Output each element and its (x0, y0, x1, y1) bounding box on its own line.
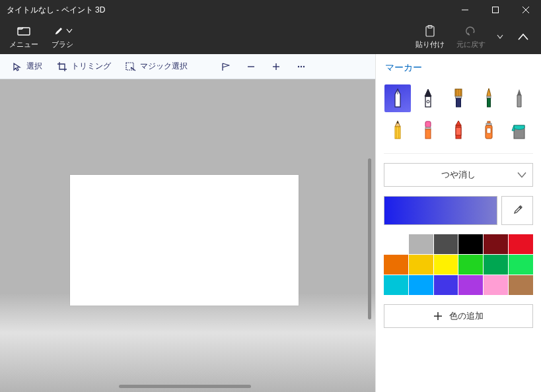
svg-point-12 (297, 65, 299, 67)
brush-crayon[interactable] (445, 116, 472, 144)
finish-label: つや消し (441, 169, 476, 181)
divider (384, 153, 533, 154)
color-swatch[interactable] (484, 255, 508, 275)
swatch-row (384, 234, 533, 254)
horizontal-scrollbar[interactable] (119, 385, 251, 388)
crop-tool[interactable]: トリミング (52, 58, 116, 75)
current-color[interactable] (384, 196, 497, 225)
undo-icon (465, 24, 477, 38)
color-swatch[interactable] (434, 234, 458, 254)
ribbon: メニュー ブラシ 貼り付け 元に戻す (0, 20, 541, 54)
color-swatch[interactable] (384, 234, 408, 254)
svg-point-14 (303, 65, 304, 67)
brush-fine[interactable] (476, 84, 502, 112)
color-swatch[interactable] (509, 255, 533, 275)
paste-label: 貼り付け (415, 40, 445, 49)
color-swatch[interactable] (509, 234, 533, 254)
menu-button[interactable]: メニュー (5, 20, 42, 54)
titlebar: タイトルなし - ペイント 3D (0, 0, 541, 20)
svg-rect-25 (395, 127, 400, 139)
color-swatch[interactable] (384, 275, 408, 295)
svg-rect-24 (487, 98, 491, 107)
color-swatch[interactable] (458, 255, 483, 275)
color-swatch[interactable] (434, 275, 458, 295)
select-tool[interactable]: 選択 (7, 58, 48, 75)
undo-label: 元に戻す (456, 40, 486, 49)
color-swatch[interactable] (484, 275, 508, 295)
panel-title: マーカー (384, 61, 533, 75)
crop-icon (57, 61, 67, 72)
svg-rect-22 (456, 98, 461, 107)
canvas-stage[interactable] (0, 79, 375, 392)
chevron-down-icon (518, 170, 526, 180)
minimize-button[interactable] (450, 0, 480, 20)
flag-icon (221, 61, 231, 72)
canvas-zone: 選択 トリミング マジック選択 (0, 54, 375, 392)
crop-label: トリミング (71, 61, 111, 72)
menu-label: メニュー (9, 40, 38, 49)
add-color-label: 色の追加 (449, 310, 484, 322)
brush-flat[interactable] (445, 84, 472, 112)
minus-icon (246, 61, 256, 72)
plus-icon (433, 311, 443, 321)
color-swatch[interactable] (484, 234, 508, 254)
brush-spray[interactable] (476, 116, 502, 144)
add-color-button[interactable]: 色の追加 (384, 304, 533, 328)
chevron-up-icon (519, 34, 528, 40)
color-swatch[interactable] (409, 255, 433, 275)
canvas[interactable] (70, 175, 299, 306)
expand-ribbon-button[interactable] (511, 20, 536, 54)
finish-select[interactable]: つや消し (384, 163, 533, 187)
svg-rect-32 (456, 127, 461, 135)
color-swatch[interactable] (384, 255, 408, 275)
magic-select-label: マジック選択 (140, 61, 188, 72)
window-title: タイトルなし - ペイント 3D (7, 5, 105, 16)
side-panel: マーカー (375, 54, 541, 392)
swatch-row (384, 255, 533, 275)
color-swatch[interactable] (434, 255, 458, 275)
more-dropdown[interactable] (493, 20, 507, 54)
color-swatch[interactable] (409, 234, 433, 254)
ellipsis-icon (296, 61, 307, 72)
brush-grid (384, 84, 533, 144)
swatch-row (384, 275, 533, 295)
paste-button[interactable]: 貼り付け (412, 20, 449, 54)
window-controls (450, 0, 541, 20)
chevron-down-icon (497, 35, 503, 39)
select-label: 選択 (26, 61, 42, 72)
svg-rect-36 (487, 128, 491, 133)
canvas-toolbar: 選択 トリミング マジック選択 (0, 54, 375, 79)
folder-icon (17, 24, 30, 38)
brush-eraser[interactable] (415, 116, 441, 144)
view-3d-tool[interactable] (215, 59, 236, 75)
magic-select-tool[interactable]: マジック選択 (120, 58, 193, 75)
plus-icon (271, 61, 281, 72)
undo-button[interactable]: 元に戻す (452, 20, 489, 54)
svg-rect-15 (425, 96, 431, 107)
color-swatch[interactable] (409, 275, 433, 295)
close-button[interactable] (511, 0, 541, 20)
brush-pencil[interactable] (384, 116, 411, 144)
cursor-icon (12, 61, 22, 72)
eyedropper-icon (511, 205, 523, 216)
maximize-button[interactable] (480, 0, 511, 20)
zoom-in-tool[interactable] (266, 59, 287, 75)
color-swatch[interactable] (509, 275, 533, 295)
brush-fill[interactable] (506, 116, 532, 144)
svg-point-13 (300, 65, 301, 67)
brush-pen[interactable] (506, 84, 532, 112)
svg-rect-28 (425, 121, 431, 127)
brushes-tab[interactable]: ブラシ (46, 20, 78, 54)
color-swatches (384, 234, 533, 295)
eyedropper-button[interactable] (501, 196, 533, 225)
color-swatch[interactable] (458, 275, 483, 295)
color-swatch[interactable] (458, 234, 483, 254)
more-tools[interactable] (291, 59, 312, 75)
brush-marker[interactable] (384, 84, 411, 112)
vertical-scrollbar[interactable] (368, 158, 371, 319)
brush-calligraphy[interactable] (415, 84, 441, 112)
svg-rect-1 (493, 7, 499, 13)
brushes-label: ブラシ (52, 40, 73, 49)
zoom-out-tool[interactable] (240, 59, 262, 75)
magic-select-icon (126, 61, 136, 72)
